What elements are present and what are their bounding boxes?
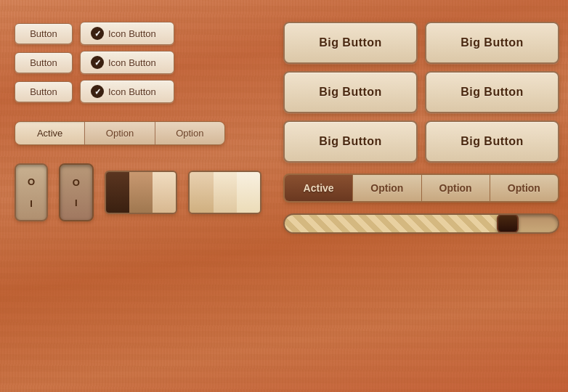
button-row-3: Button Icon Button xyxy=(15,80,261,103)
toggles-and-swatches-row: O I O I xyxy=(15,163,261,221)
icon-button-1[interactable]: Icon Button xyxy=(80,22,174,45)
tab-small-active[interactable]: Active xyxy=(15,122,85,144)
small-button-2[interactable]: Button xyxy=(15,52,73,73)
swatch-segment-light xyxy=(153,172,176,213)
small-button-1[interactable]: Button xyxy=(15,23,73,44)
tab-bar-large: Active Option Option Option xyxy=(283,173,559,203)
button-row-1: Button Icon Button xyxy=(15,22,261,45)
toggle-1-top: O xyxy=(28,176,35,187)
toggle-switch-2[interactable]: O I xyxy=(59,163,94,221)
toggle-switch-1[interactable]: O I xyxy=(15,163,48,221)
check-icon-2 xyxy=(91,56,104,69)
swatch-segment-medium xyxy=(129,172,153,213)
icon-button-2[interactable]: Icon Button xyxy=(80,51,174,74)
big-button-4[interactable]: Big Button xyxy=(425,71,559,113)
right-panel: Big Button Big Button Big Button Big But… xyxy=(283,15,559,377)
tab-large-active[interactable]: Active xyxy=(285,175,353,201)
icon-button-1-label: Icon Button xyxy=(108,28,156,39)
color-swatch-dark[interactable] xyxy=(105,171,178,214)
tab-small-option-1[interactable]: Option xyxy=(85,122,155,144)
progress-bar-knob[interactable] xyxy=(497,214,519,233)
tab-bar-small: Active Option Option xyxy=(15,121,225,145)
big-button-6[interactable]: Big Button xyxy=(425,121,559,163)
tab-large-option-3[interactable]: Option xyxy=(490,175,558,201)
big-button-2[interactable]: Big Button xyxy=(425,22,559,64)
tab-large-option-2[interactable]: Option xyxy=(422,175,490,201)
swatch2-segment-3 xyxy=(237,172,260,213)
tab-large-option-1[interactable]: Option xyxy=(353,175,421,201)
big-button-3[interactable]: Big Button xyxy=(283,71,418,113)
check-icon-1 xyxy=(91,27,104,40)
icon-button-3[interactable]: Icon Button xyxy=(80,80,174,103)
progress-bar-container xyxy=(283,213,559,234)
big-buttons-grid: Big Button Big Button Big Button Big But… xyxy=(283,22,559,163)
toggle-2-top: O xyxy=(73,177,80,188)
swatch2-segment-1 xyxy=(190,172,213,213)
check-icon-3 xyxy=(91,85,104,98)
toggle-1-bottom: I xyxy=(30,198,33,209)
tab-small-option-2[interactable]: Option xyxy=(155,122,224,144)
button-row-2: Button Icon Button xyxy=(15,51,261,74)
swatch2-segment-2 xyxy=(214,172,237,213)
small-buttons-group: Button Icon Button Button Icon Button Bu… xyxy=(15,22,261,103)
swatch-segment-dark xyxy=(106,172,129,213)
progress-bar-fill xyxy=(285,215,517,232)
icon-button-2-label: Icon Button xyxy=(108,57,156,68)
big-button-1[interactable]: Big Button xyxy=(283,22,418,64)
small-button-3[interactable]: Button xyxy=(15,81,73,102)
left-panel: Button Icon Button Button Icon Button Bu… xyxy=(15,15,261,377)
big-button-5[interactable]: Big Button xyxy=(283,121,418,163)
toggle-2-bottom: I xyxy=(75,197,78,208)
icon-button-3-label: Icon Button xyxy=(108,86,156,97)
color-swatch-light[interactable] xyxy=(188,171,261,214)
